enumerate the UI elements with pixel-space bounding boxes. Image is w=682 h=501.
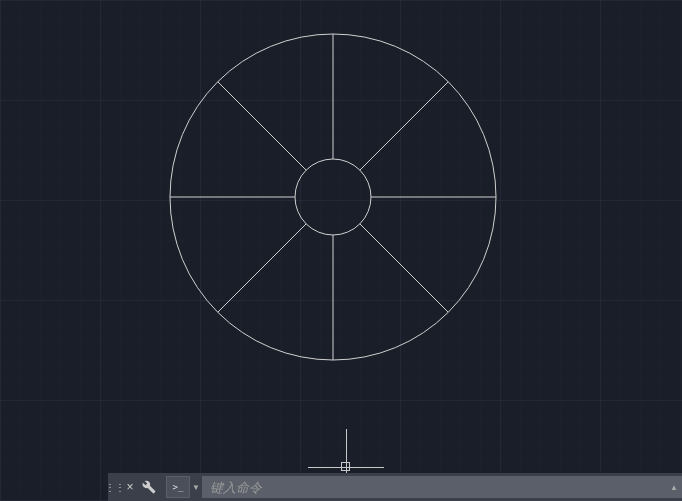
- command-bar: ⋮⋮ × >_ ▼ ▲: [108, 473, 682, 501]
- command-bar-handle[interactable]: ⋮⋮: [108, 473, 122, 501]
- wheel-drawing: [0, 0, 682, 501]
- spoke-nw: [218, 82, 306, 170]
- inner-circle: [295, 159, 371, 235]
- chevron-down-icon[interactable]: ▼: [190, 476, 202, 498]
- spoke-sw: [218, 224, 306, 312]
- wrench-icon[interactable]: [138, 473, 160, 501]
- command-input[interactable]: [202, 476, 666, 498]
- chevron-up-icon[interactable]: ▲: [666, 476, 682, 498]
- spoke-se: [360, 224, 448, 312]
- command-prompt-icon: >_: [166, 476, 190, 498]
- drawing-canvas[interactable]: [0, 0, 682, 501]
- close-icon[interactable]: ×: [122, 473, 138, 501]
- spoke-ne: [360, 82, 448, 170]
